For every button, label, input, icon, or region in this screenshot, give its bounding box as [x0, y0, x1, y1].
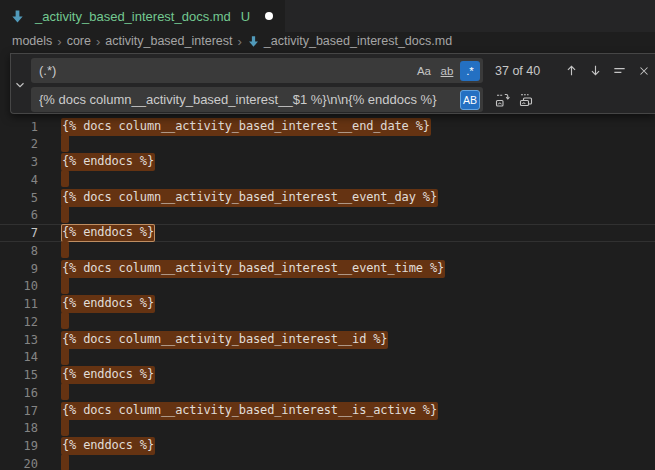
line-text: {% enddocs %} [61, 224, 155, 242]
replace-input-box: AB [31, 87, 483, 112]
modified-dot-icon[interactable] [265, 12, 273, 20]
find-input[interactable] [39, 63, 414, 78]
breadcrumb-item[interactable]: core [67, 34, 91, 48]
toggle-replace-button[interactable] [11, 76, 29, 94]
code-line[interactable]: 12 [0, 313, 655, 331]
line-text: {% docs column__activity_based_interest_… [61, 260, 445, 278]
find-match: {% enddocs %} [61, 295, 155, 313]
find-match: {% docs column__activity_based_interest_… [61, 260, 445, 278]
line-number: 5 [0, 191, 38, 205]
line-number: 9 [0, 262, 38, 276]
line-text [61, 454, 69, 470]
line-number: 7 [0, 226, 38, 240]
line-number: 12 [0, 315, 38, 329]
find-options: Aa ab .* [414, 61, 480, 81]
whole-word-label: ab [441, 65, 454, 77]
replace-row: AB [31, 87, 536, 112]
previous-match-button[interactable] [561, 60, 582, 81]
code-line[interactable]: 19{% enddocs %} [0, 437, 655, 455]
empty-find-match [61, 134, 69, 152]
line-text: {% enddocs %} [61, 437, 155, 455]
code-line[interactable]: 18 [0, 420, 655, 438]
line-number: 20 [0, 457, 38, 470]
code-line[interactable]: 16 [0, 384, 655, 402]
breadcrumb-item[interactable]: activity_based_interest [105, 34, 232, 48]
find-input-box: Aa ab .* [31, 58, 483, 83]
find-row: Aa ab .* 37 of 40 [31, 58, 654, 83]
line-text: {% enddocs %} [61, 153, 155, 171]
line-text [61, 312, 69, 333]
markdown-file-icon [10, 9, 25, 24]
code-line[interactable]: 14 [0, 349, 655, 367]
editor-tab[interactable]: _activity_based_interest_docs.md U [0, 0, 285, 32]
empty-find-match [61, 241, 69, 259]
find-match: {% docs column__activity_based_interest_… [61, 331, 388, 349]
line-text [61, 347, 69, 368]
code-line[interactable]: 5{% docs column__activity_based_interest… [0, 189, 655, 207]
replace-icon [494, 92, 510, 108]
empty-find-match [61, 454, 69, 470]
line-text [61, 418, 69, 439]
line-text [61, 134, 69, 155]
line-text: {% docs column__activity_based_interest_… [61, 331, 388, 349]
tab-bar: _activity_based_interest_docs.md U [0, 0, 655, 32]
line-number: 4 [0, 173, 38, 187]
breadcrumb-item[interactable]: models [12, 34, 52, 48]
empty-find-match [61, 418, 69, 436]
code-line[interactable]: 9{% docs column__activity_based_interest… [0, 260, 655, 278]
code-line[interactable]: 2 [0, 136, 655, 154]
line-number: 13 [0, 333, 38, 347]
line-number: 14 [0, 350, 38, 364]
code-line[interactable]: 11{% enddocs %} [0, 295, 655, 313]
replace-options: AB [460, 90, 480, 110]
breadcrumb-separator-icon: › [237, 35, 241, 48]
replace-all-icon [518, 92, 534, 108]
code-line[interactable]: 1{% docs column__activity_based_interest… [0, 118, 655, 136]
next-match-button[interactable] [585, 60, 606, 81]
code-line[interactable]: 4 [0, 171, 655, 189]
preserve-case-toggle[interactable]: AB [460, 90, 480, 110]
line-text: {% enddocs %} [61, 295, 155, 313]
find-match: {% enddocs %} [61, 153, 155, 171]
line-text: {% docs column__activity_based_interest_… [61, 118, 431, 136]
line-number: 3 [0, 155, 38, 169]
line-number: 8 [0, 244, 38, 258]
code-line[interactable]: 7{% enddocs %} [0, 224, 655, 242]
breadcrumb-file[interactable]: _activity_based_interest_docs.md [264, 34, 452, 48]
regex-toggle[interactable]: .* [460, 61, 480, 81]
find-widget: Aa ab .* 37 of 40 AB [10, 53, 655, 114]
find-match: {% docs column__activity_based_interest_… [61, 402, 438, 420]
code-line[interactable]: 20 [0, 455, 655, 470]
arrow-down-icon [588, 63, 603, 78]
find-in-selection-button[interactable] [609, 60, 630, 81]
replace-input[interactable] [39, 92, 460, 107]
line-text: {% docs column__activity_based_interest_… [61, 402, 438, 420]
empty-find-match [61, 205, 69, 223]
find-results-count: 37 of 40 [495, 64, 553, 78]
line-number: 15 [0, 368, 38, 382]
code-line[interactable]: 13{% docs column__activity_based_interes… [0, 331, 655, 349]
match-case-toggle[interactable]: Aa [414, 61, 434, 81]
code-line[interactable]: 10 [0, 278, 655, 296]
replace-all-button[interactable] [515, 89, 536, 110]
whole-word-toggle[interactable]: ab [437, 61, 457, 81]
close-icon [637, 64, 651, 78]
code-line[interactable]: 8 [0, 242, 655, 260]
code-lines: 1{% docs column__activity_based_interest… [0, 118, 655, 470]
code-line[interactable]: 6 [0, 207, 655, 225]
line-text [61, 205, 69, 226]
line-text: {% enddocs %} [61, 366, 155, 384]
line-text [61, 170, 69, 191]
code-line[interactable]: 17{% docs column__activity_based_interes… [0, 402, 655, 420]
close-find-button[interactable] [633, 60, 654, 81]
replace-one-button[interactable] [491, 89, 512, 110]
markdown-file-icon [247, 35, 260, 48]
code-line[interactable]: 15{% enddocs %} [0, 366, 655, 384]
git-status-badge: U [241, 9, 250, 24]
code-line[interactable]: 3{% enddocs %} [0, 153, 655, 171]
breadcrumb-separator-icon: › [57, 35, 61, 48]
empty-find-match [61, 170, 69, 188]
empty-find-match [61, 276, 69, 294]
breadcrumb-separator-icon: › [96, 35, 100, 48]
empty-find-match [61, 383, 69, 401]
